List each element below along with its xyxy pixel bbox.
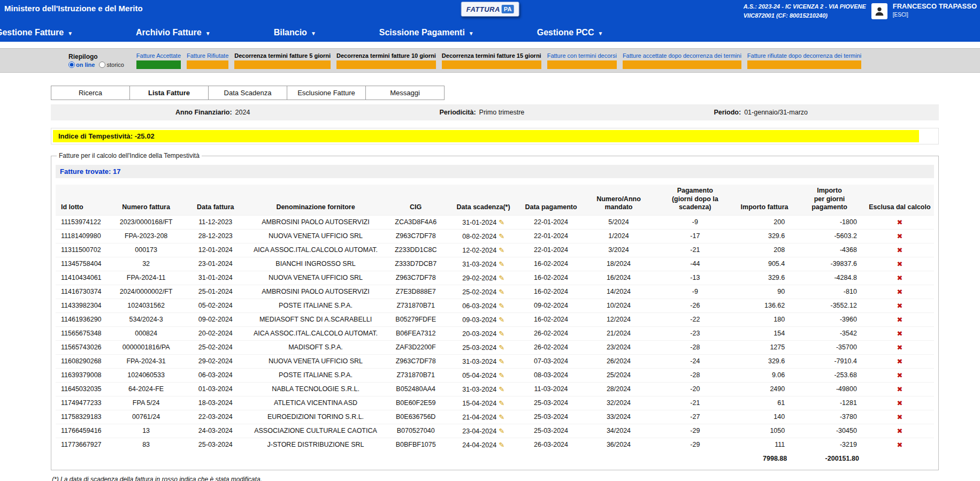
- cell: Z7E3D888E7: [384, 285, 447, 299]
- invoice-table-body: 111539741222023/0000168/FT11-12-2023AMBR…: [56, 215, 934, 452]
- edit-due-date-icon[interactable]: ✎: [499, 441, 504, 449]
- cell: 20-03-2024✎: [447, 326, 519, 340]
- edit-due-date-icon[interactable]: ✎: [499, 343, 504, 352]
- legend-swatch[interactable]: [747, 60, 861, 69]
- exclude-invoice-icon[interactable]: ✖: [897, 399, 902, 407]
- importo-giorni-cell: -1281: [793, 396, 866, 410]
- user-icon: [871, 3, 887, 19]
- exclude-invoice-icon[interactable]: ✖: [897, 385, 902, 393]
- cell: Z963C7DF78: [384, 271, 447, 285]
- legend-item-fatture-accettate[interactable]: Fatture Accettate: [136, 52, 181, 69]
- exclude-invoice-icon[interactable]: ✖: [897, 246, 902, 254]
- edit-due-date-icon[interactable]: ✎: [499, 357, 504, 365]
- cell: 0000001816/PA: [109, 340, 184, 354]
- edit-due-date-icon[interactable]: ✎: [499, 302, 504, 310]
- edit-due-date-icon[interactable]: ✎: [499, 371, 504, 379]
- legend-item-decorrenza-5-giorni[interactable]: Decorrenza termini fatture 5 giorni: [234, 52, 331, 69]
- chevron-down-icon: ▼: [205, 30, 211, 36]
- edit-due-date-icon[interactable]: ✎: [499, 274, 504, 282]
- tab-data-scadenza[interactable]: Data Scadenza: [208, 86, 287, 100]
- legend-item-decorrenza-10-giorni[interactable]: Decorrenza termini fatture 10 giorni: [336, 52, 436, 69]
- nav-gestione-fatture[interactable]: Gestione Fatture ▼: [0, 28, 73, 37]
- cell: 31-03-2024✎: [447, 382, 519, 396]
- exclude-invoice-icon[interactable]: ✖: [897, 288, 902, 296]
- results-count: Fatture trovate: 17: [56, 165, 934, 178]
- importo-fattura-cell: 329.6: [736, 354, 793, 368]
- tab-lista-fatture[interactable]: Lista Fatture: [129, 86, 209, 100]
- exclude-invoice-icon[interactable]: ✖: [897, 413, 902, 421]
- edit-due-date-icon[interactable]: ✎: [499, 385, 504, 393]
- exclude-invoice-icon[interactable]: ✖: [897, 330, 902, 338]
- edit-due-date-icon[interactable]: ✎: [499, 232, 504, 240]
- online-radio[interactable]: on line: [68, 62, 95, 68]
- exclude-invoice-icon[interactable]: ✖: [897, 302, 902, 310]
- cell: 28/2024: [583, 382, 655, 396]
- tab-label: Messaggi: [390, 89, 420, 97]
- legend-swatch[interactable]: [336, 60, 436, 69]
- edit-due-date-icon[interactable]: ✎: [499, 316, 504, 324]
- id-lotto-cell: 11181409980: [56, 229, 109, 243]
- importo-fattura-cell: 140: [736, 410, 793, 424]
- cell: 15-04-2024✎: [447, 396, 519, 410]
- cell: 06-03-2024: [184, 368, 247, 382]
- nav-scissione-pagamenti[interactable]: Scissione Pagamenti ▼: [379, 28, 474, 37]
- legend-item-accettate-dopo-decorrenza[interactable]: Fatture accettate dopo decorrenza dei te…: [623, 52, 741, 69]
- storico-radio-input[interactable]: [99, 62, 105, 68]
- exclude-invoice-icon[interactable]: ✖: [897, 343, 902, 352]
- edit-due-date-icon[interactable]: ✎: [499, 330, 504, 338]
- id-lotto-cell: 11311500702: [56, 243, 109, 257]
- cell: 10/2024: [583, 299, 655, 312]
- legend-item-termini-decorsi[interactable]: Fatture con termini decorsi: [547, 52, 617, 69]
- cell: FPA-2024-31: [109, 354, 184, 368]
- edit-due-date-icon[interactable]: ✎: [499, 427, 504, 435]
- exclude-invoice-icon[interactable]: ✖: [897, 274, 902, 282]
- cell: -20: [655, 382, 736, 396]
- exclude-invoice-icon[interactable]: ✖: [897, 218, 902, 226]
- cell: 13: [109, 424, 184, 438]
- footnote: (*) La data di scadenza della fattura in…: [52, 476, 939, 481]
- legend-swatch[interactable]: [623, 60, 741, 69]
- exclude-invoice-icon[interactable]: ✖: [897, 427, 902, 435]
- legend-label: Fatture con termini decorsi: [547, 52, 617, 59]
- cell: 25-01-2024: [184, 285, 247, 299]
- edit-due-date-icon[interactable]: ✎: [499, 218, 504, 226]
- logout-link[interactable]: [ESCI]: [893, 12, 977, 18]
- edit-due-date-icon[interactable]: ✎: [499, 413, 504, 421]
- legend-item-rifiutate-dopo-decorrenza[interactable]: Fatture rifiutate dopo decorrenza dei te…: [747, 52, 861, 69]
- exclude-invoice-icon[interactable]: ✖: [897, 232, 902, 240]
- esclusa-cell: ✖: [866, 340, 934, 354]
- edit-due-date-icon[interactable]: ✎: [499, 399, 504, 407]
- exclude-invoice-icon[interactable]: ✖: [897, 371, 902, 379]
- legend-swatch[interactable]: [234, 60, 331, 69]
- id-lotto-cell: 11345758404: [56, 257, 109, 271]
- exclude-invoice-icon[interactable]: ✖: [897, 441, 902, 449]
- cell: -29: [655, 438, 736, 452]
- nav-gestione-pcc[interactable]: Gestione PCC ▼: [537, 28, 603, 37]
- legend-swatch[interactable]: [442, 60, 541, 69]
- legend-swatch[interactable]: [547, 60, 617, 69]
- invoice-row: 117736679278325-03-2024J-STORE DISTRIBUZ…: [56, 438, 934, 452]
- cell: 1/2024: [583, 229, 655, 243]
- cell: 08-03-2024: [519, 368, 583, 382]
- tab-ricerca[interactable]: Ricerca: [51, 86, 130, 100]
- edit-due-date-icon[interactable]: ✎: [499, 246, 504, 254]
- tab-messaggi[interactable]: Messaggi: [365, 86, 445, 100]
- edit-due-date-icon[interactable]: ✎: [499, 260, 504, 268]
- tab-esclusione-fatture[interactable]: Esclusione Fatture: [287, 86, 366, 100]
- column-header: Id lotto: [56, 185, 109, 215]
- exclude-invoice-icon[interactable]: ✖: [897, 357, 902, 365]
- nav-archivio-fatture[interactable]: Archivio Fatture ▼: [136, 28, 211, 37]
- legend-swatch[interactable]: [187, 60, 228, 69]
- nav-bilancio[interactable]: Bilancio ▼: [274, 28, 316, 37]
- online-radio-input[interactable]: [68, 62, 75, 68]
- importo-giorni-cell: -3552.12: [793, 299, 866, 312]
- legend-swatch[interactable]: [136, 60, 181, 69]
- storico-radio[interactable]: storico: [99, 62, 124, 68]
- cell: 22-01-2024: [519, 215, 583, 229]
- exclude-invoice-icon[interactable]: ✖: [897, 316, 902, 324]
- exclude-invoice-icon[interactable]: ✖: [897, 260, 902, 268]
- legend-item-decorrenza-15-giorni[interactable]: Decorrenza termini fatture 15 giorni: [442, 52, 541, 69]
- cell: B0E636756D: [384, 410, 447, 424]
- legend-item-fatture-rifiutate[interactable]: Fatture Rifiutate: [187, 52, 228, 69]
- edit-due-date-icon[interactable]: ✎: [499, 288, 504, 296]
